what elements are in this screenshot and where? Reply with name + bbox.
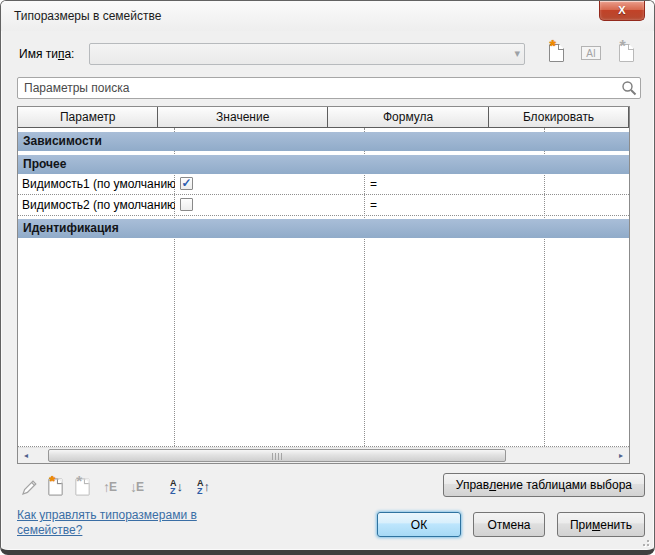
dialog-buttons: ОК Отмена Применить: [377, 512, 645, 537]
delete-document-icon: *: [75, 478, 89, 495]
rename-type-button[interactable]: AI: [578, 40, 604, 66]
scrollbar-thumb[interactable]: [48, 449, 506, 462]
table-header: Параметр Значение Формула Блокировать: [18, 107, 629, 128]
scroll-left-arrow[interactable]: ◂: [18, 448, 34, 463]
move-down-button[interactable]: ↓E: [123, 474, 150, 501]
param-formula[interactable]: =: [365, 195, 545, 215]
type-name-combobox[interactable]: ▾: [89, 43, 525, 65]
cancel-button[interactable]: Отмена: [473, 512, 545, 537]
dialog-title: Типоразмеры в семействе: [14, 9, 161, 23]
new-star-icon: *: [49, 477, 55, 487]
pencil-icon: [19, 477, 39, 497]
visibility2-checkbox[interactable]: [180, 198, 193, 211]
sort-descending-button[interactable]: AZ ↑: [189, 474, 216, 501]
param-name: Видимость1 (по умолчанию): [18, 174, 175, 194]
move-up-icon: ↑E: [103, 479, 116, 495]
scroll-right-arrow[interactable]: ▸: [613, 448, 629, 463]
column-header-value: Значение: [158, 107, 328, 127]
param-formula[interactable]: =: [365, 174, 545, 194]
new-parameter-button[interactable]: *: [42, 474, 69, 501]
rename-icon: AI: [581, 46, 601, 60]
column-header-formula: Формула: [328, 107, 489, 127]
parameters-table: Параметр Значение Формула Блокировать За…: [17, 106, 630, 464]
column-header-lock: Блокировать: [489, 107, 629, 127]
close-icon: X: [618, 4, 625, 16]
type-name-label: Имя типа:: [19, 47, 74, 61]
new-document-icon: *: [48, 478, 62, 495]
delete-type-button[interactable]: *: [613, 40, 639, 66]
new-document-icon: *: [549, 44, 564, 62]
visibility1-checkbox[interactable]: ✓: [180, 177, 193, 190]
new-type-button[interactable]: *: [543, 40, 569, 66]
check-icon: ✓: [181, 177, 191, 189]
delete-star-icon: *: [76, 477, 82, 487]
column-header-parameter: Параметр: [18, 107, 158, 127]
group-header-other: Прочее: [18, 155, 629, 174]
group-header-dependencies: Зависимости: [18, 132, 629, 151]
parameters-toolbar: * * ↑E ↓E AZ ↓ AZ ↑: [15, 473, 216, 501]
delete-parameter-button[interactable]: *: [69, 474, 96, 501]
edit-parameter-button[interactable]: [15, 474, 42, 501]
table-row[interactable]: Видимость2 (по умолчанию) =: [18, 195, 629, 216]
param-name: Видимость2 (по умолчанию): [18, 195, 175, 215]
sort-ascending-icon: AZ ↓: [170, 479, 183, 495]
sort-descending-icon: AZ ↑: [197, 479, 210, 495]
search-icon: [621, 80, 637, 96]
table-row[interactable]: Видимость1 (по умолчанию) ✓ =: [18, 174, 629, 195]
horizontal-scrollbar[interactable]: ◂ ▸: [18, 447, 629, 463]
sort-ascending-button[interactable]: AZ ↓: [162, 474, 189, 501]
ok-button[interactable]: ОК: [377, 512, 461, 537]
chevron-down-icon: ▾: [514, 47, 520, 60]
group-header-identity: Идентификация: [18, 219, 629, 238]
lookup-tables-button[interactable]: Управление таблицами выбора: [443, 473, 645, 497]
resize-grip[interactable]: [637, 534, 649, 546]
param-value-cell: [175, 195, 365, 215]
title-bar: Типоразмеры в семействе X: [1, 1, 654, 31]
new-star-icon: *: [550, 42, 556, 52]
table-body: Зависимости Прочее Видимость1 (по умолча…: [18, 128, 629, 447]
delete-document-icon: *: [619, 44, 634, 62]
move-down-icon: ↓E: [130, 479, 143, 495]
delete-star-icon: *: [620, 42, 626, 52]
move-up-button[interactable]: ↑E: [96, 474, 123, 501]
param-value-cell: ✓: [175, 174, 365, 194]
type-actions: * AI *: [543, 40, 639, 66]
help-link[interactable]: Как управлять типоразмерами в семействе?: [17, 508, 253, 538]
close-button[interactable]: X: [599, 1, 645, 21]
scrollbar-track[interactable]: [34, 448, 613, 463]
family-types-dialog: Типоразмеры в семействе X Имя типа: ▾ * …: [0, 0, 655, 555]
apply-button[interactable]: Применить: [557, 512, 645, 537]
search-input[interactable]: [17, 77, 641, 99]
